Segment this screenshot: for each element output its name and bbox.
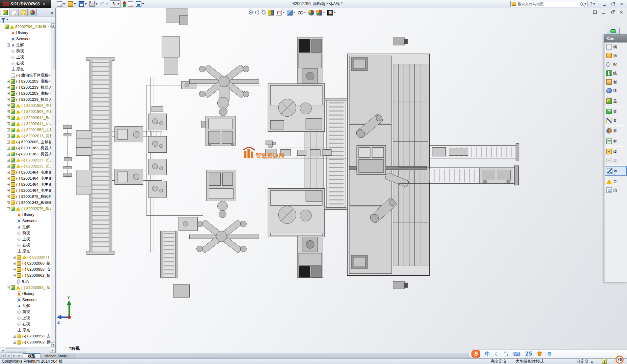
minimize-button[interactable] (600, 1, 608, 7)
tree-item[interactable]: 82002796_曲轴箱下体A线 (0, 24, 55, 30)
tab-motion-study[interactable]: Motion Study 1 (40, 353, 75, 358)
dropdown-caret[interactable] (293, 12, 295, 13)
tree-item[interactable]: 原点 (0, 248, 55, 254)
expand-box[interactable]: + (7, 86, 10, 89)
tree-item[interactable]: +(-) 82002644_<1> (默 (0, 121, 55, 127)
collapse-box[interactable]: - (7, 286, 10, 289)
interference-traffic-light-button[interactable] (121, 1, 126, 7)
expand-box[interactable]: + (7, 141, 10, 144)
expand-box[interactable]: + (7, 98, 10, 101)
explode-line-sketch-button[interactable]: 爆 (604, 156, 627, 165)
tree-item[interactable]: +(-) 82002239_长安曲轴 (0, 157, 55, 163)
assembly-features-button[interactable]: 装 (604, 107, 627, 116)
custom-status-menu[interactable]: 自定义 (576, 359, 593, 364)
scroll-thumb[interactable] (52, 28, 55, 68)
expand-box[interactable]: + (7, 122, 10, 125)
tree-item[interactable]: +(-) 82001850_曲轴箱下 (0, 127, 55, 133)
zoom-to-area-button[interactable] (254, 10, 260, 15)
viewport-restore-button[interactable] (609, 9, 616, 15)
undo-button[interactable] (99, 1, 109, 7)
tree-item[interactable]: 右视 (0, 321, 55, 327)
tree-item[interactable]: +(-) 82001464_电主轴支架 (0, 181, 55, 187)
expand-box[interactable]: + (7, 189, 10, 192)
tree-item[interactable]: (-) 曲轴箱下体底板<1> (默 (0, 72, 55, 78)
bill-of-materials-button[interactable]: 材 (604, 137, 627, 146)
tree-item[interactable]: +(-) 82001239_机器人管线 (0, 96, 55, 102)
tree-item[interactable]: Sensors (0, 297, 55, 303)
login-badge[interactable]: 25 (525, 352, 532, 357)
expand-box[interactable]: + (7, 110, 10, 113)
expand-box[interactable]: + (7, 147, 10, 150)
tree-item[interactable]: +(-) 82002071_钣金 (0, 254, 55, 260)
zoom-to-fit-button[interactable] (248, 10, 253, 15)
panel-tabs-overflow[interactable]: » (51, 10, 55, 16)
expand-box[interactable]: + (7, 104, 10, 107)
child-window-icon[interactable] (591, 9, 599, 15)
tree-vertical-scrollbar[interactable]: ▲ ▼ (51, 23, 55, 347)
tree-item[interactable]: +(-) 82000962_操动件 (0, 339, 55, 345)
scroll-thumb[interactable] (6, 348, 26, 353)
smart-fasteners-button[interactable]: 智 (604, 78, 627, 86)
tree-item[interactable]: +(-) 82001348_板链输送机 (0, 200, 55, 206)
expand-box[interactable]: + (13, 268, 16, 271)
linear-component-pattern-button[interactable]: 线 (604, 69, 627, 78)
fullwidth-moon[interactable]: ☾ (495, 352, 499, 357)
chinese-mode[interactable]: 中 (485, 352, 490, 357)
tree-item[interactable]: +(-) 82000958_安全开关 (0, 266, 55, 272)
new-motion-study-button[interactable]: 新 (604, 126, 627, 135)
take-snapshot-button[interactable]: 拍 (604, 186, 627, 194)
file-properties-button[interactable] (127, 1, 134, 7)
viewport-canvas[interactable]: 智造资源网 Y Z (56, 8, 627, 353)
dropdown-caret[interactable] (282, 12, 284, 13)
graphics-viewport[interactable]: 智造资源网 Y Z (56, 8, 627, 353)
tree-item[interactable]: 配合 (0, 278, 55, 284)
tree-item[interactable]: +注解 (0, 42, 55, 48)
update-speedpak-button[interactable]: 更 (604, 177, 627, 186)
tree-item[interactable]: +(-) 82002642_Brother (0, 115, 55, 121)
edit-component-button[interactable]: 编 (604, 42, 627, 51)
tree-item[interactable]: History (0, 30, 55, 36)
search-box[interactable] (510, 1, 588, 7)
scroll-right-arrow[interactable]: ► (50, 348, 55, 353)
ime-count-badge[interactable]: 76 (616, 356, 624, 364)
expand-box[interactable]: + (7, 183, 10, 186)
displaymanager-tab[interactable] (28, 9, 37, 16)
tree-item[interactable]: +(-) 82001506_曲轴箱双 (0, 109, 55, 115)
tree-item[interactable]: +(-) 82000958_安全开关 (0, 333, 55, 339)
tree-item[interactable]: +(-) 82002239_长安曲轴 (0, 163, 55, 169)
instant3d-button[interactable]: In (605, 166, 626, 175)
tree-item[interactable]: 上视 (0, 315, 55, 321)
expand-box[interactable]: + (7, 171, 10, 174)
filter-dropdown-caret[interactable] (6, 19, 8, 20)
tab-prev-button[interactable]: ◀ (6, 353, 11, 358)
tab-first-button[interactable]: |◀ (0, 353, 6, 358)
tree-item[interactable]: +(-) 82001239_机器人管线 (0, 84, 55, 90)
tree-item[interactable]: +(-) 82001383_机器人管线 (0, 151, 55, 157)
apply-scene-button[interactable] (316, 9, 326, 16)
tree-item[interactable]: +(-) 82001383_机器人管线 (0, 145, 55, 151)
close-button[interactable]: × (618, 1, 626, 7)
tree-item[interactable]: +(-) 82000962_操动件< (0, 272, 55, 278)
tree-horizontal-scrollbar[interactable]: ◄ ► (0, 347, 55, 353)
tab-next-button[interactable]: ▶ (11, 353, 17, 358)
tree-item[interactable]: 上视 (0, 236, 55, 242)
expand-box[interactable]: + (13, 256, 16, 259)
tree-item[interactable]: 右视 (0, 242, 55, 248)
expand-box[interactable]: + (7, 201, 10, 204)
options-button[interactable] (135, 1, 145, 7)
tree-item[interactable]: 前视 (0, 230, 55, 236)
tree-item[interactable]: +(-) 82001464_电主轴支架 (0, 187, 55, 193)
scroll-up-arrow[interactable]: ▲ (51, 23, 55, 28)
tree-item[interactable]: History (0, 212, 55, 218)
tree-item[interactable]: 前视 (0, 309, 55, 315)
dropdown-caret[interactable] (323, 12, 325, 13)
scroll-down-arrow[interactable]: ▼ (51, 342, 55, 347)
expand-box[interactable]: + (7, 195, 10, 198)
dropdown-caret[interactable] (85, 3, 87, 5)
exploded-view-button[interactable]: 爆 (604, 147, 627, 156)
expand-box[interactable]: + (7, 134, 10, 138)
expand-box[interactable]: + (7, 80, 10, 83)
tree-item[interactable]: Sensors (0, 36, 55, 42)
viewport-close-button[interactable]: × (618, 9, 625, 15)
tree-item[interactable]: 原点 (0, 327, 55, 333)
